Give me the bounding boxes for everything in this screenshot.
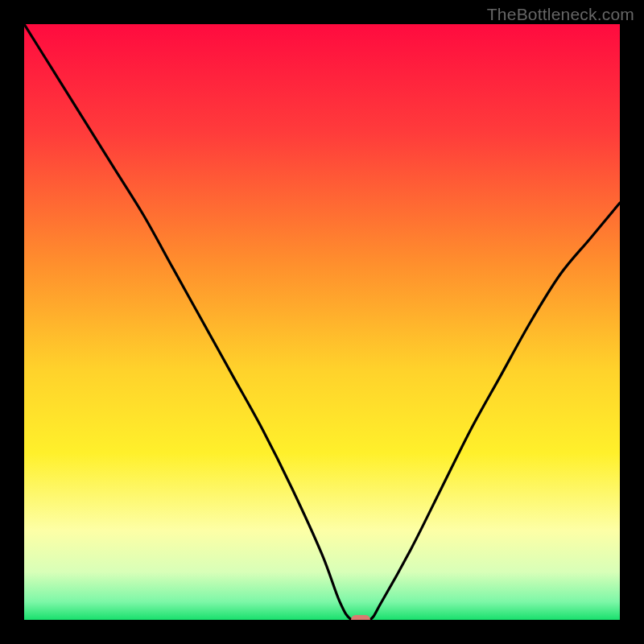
bottleneck-curve	[24, 24, 620, 620]
optimal-point-marker	[351, 615, 370, 620]
plot-area	[24, 24, 620, 620]
chart-frame: TheBottleneck.com	[0, 0, 644, 644]
watermark-text: TheBottleneck.com	[487, 5, 634, 24]
